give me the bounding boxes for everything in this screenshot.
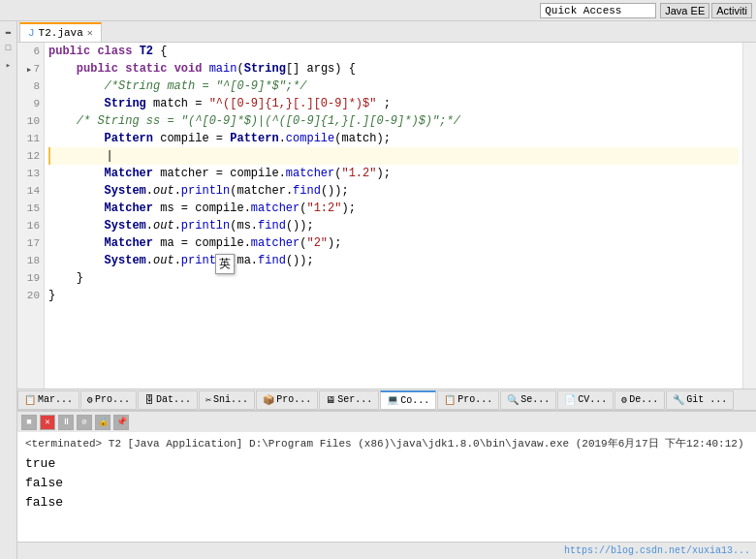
token: . — [174, 182, 181, 200]
token: Matcher — [105, 234, 161, 252]
token: ma = compile. — [160, 234, 251, 252]
bottom-tab-11[interactable]: 🔧Git ... — [666, 390, 734, 410]
scroll-gutter[interactable] — [742, 43, 756, 388]
token: find — [258, 252, 286, 269]
token: ); — [376, 165, 390, 182]
scroll-lock-icon[interactable]: 🔒 — [95, 415, 110, 430]
code-line-18: System.out.println(ma.find()); — [48, 252, 739, 269]
token: } — [48, 269, 83, 287]
line-number-14: 14 — [17, 182, 44, 200]
token: out — [153, 252, 174, 269]
token: matcher — [286, 165, 334, 182]
token — [48, 182, 105, 200]
token: String — [105, 95, 153, 112]
line-number-20: 20 — [17, 287, 44, 304]
bottom-tab-icon-5: 🖥 — [326, 394, 335, 406]
bottom-tab-1[interactable]: ⚙Pro... — [80, 390, 137, 410]
token — [48, 217, 105, 234]
token: /* String ss = "(^[0-9]*$)|(^([0-9]{1,}[… — [48, 112, 460, 130]
line-number-17: 17 — [17, 234, 44, 252]
activiti-button[interactable]: Activiti — [711, 3, 752, 18]
bottom-tab-label-5: Ser... — [337, 394, 372, 405]
token: compile = — [160, 130, 230, 147]
token: . — [174, 217, 181, 234]
bottom-tab-label-4: Pro... — [276, 394, 311, 405]
editor-tab-t2java[interactable]: J T2.java ✕ — [19, 22, 102, 42]
pause-icon[interactable]: ⏸ — [58, 415, 74, 430]
token: find — [293, 182, 321, 200]
token: matcher = compile. — [160, 165, 286, 182]
token: "2" — [306, 234, 328, 252]
line-number-19: 19 — [17, 269, 44, 287]
token: . — [146, 182, 153, 200]
token: void — [174, 60, 209, 78]
bottom-tab-icon-10: ⚙ — [621, 394, 627, 406]
main-editor: J T2.java ✕ 67891011121314151617181920 p… — [17, 21, 756, 388]
token: println — [181, 217, 230, 234]
bottom-tab-5[interactable]: 🖥Ser... — [319, 390, 379, 410]
bottom-tab-label-1: Pro... — [95, 394, 130, 405]
token: static — [125, 60, 173, 78]
token: compile — [286, 130, 334, 147]
java-file-icon: J — [28, 27, 35, 39]
line-number-9: 9 — [17, 95, 44, 112]
bottom-tab-6[interactable]: 💻Co... — [380, 390, 436, 410]
terminate-icon[interactable]: ✕ — [40, 415, 55, 430]
bottom-tab-label-7: Pro... — [457, 394, 492, 405]
tab-close-icon[interactable]: ✕ — [87, 27, 93, 39]
token: "1:2" — [306, 200, 341, 217]
bottom-tab-9[interactable]: 📄CV... — [557, 390, 614, 410]
editor-body: 67891011121314151617181920 public class … — [17, 43, 756, 388]
bottom-tab-icon-3: ✂ — [205, 394, 211, 406]
minimize-icon[interactable]: ▬ — [2, 25, 16, 39]
token: System — [105, 217, 146, 234]
code-area[interactable]: public class T2 { public static void mai… — [45, 43, 742, 388]
bottom-tab-icon-11: 🔧 — [673, 394, 684, 406]
token: ()); — [286, 252, 314, 269]
token: println — [181, 182, 230, 200]
bottom-tab-8[interactable]: 🔍Se... — [500, 390, 556, 410]
code-line-13: Matcher matcher = compile.matcher("1.2")… — [48, 165, 739, 182]
collapse-icon[interactable]: ▸ — [2, 58, 16, 72]
token: public — [77, 60, 125, 78]
stop-icon[interactable]: ■ — [21, 415, 37, 430]
pin-icon[interactable]: 📌 — [113, 415, 129, 430]
token — [48, 130, 105, 147]
token: matcher — [251, 200, 299, 217]
maximize-icon[interactable]: □ — [2, 42, 16, 55]
token: [] args) { — [286, 60, 356, 78]
bottom-tab-icon-2: 🗄 — [144, 394, 154, 406]
token: | — [107, 147, 113, 165]
bottom-tab-4[interactable]: 📦Pro... — [256, 390, 318, 410]
code-line-17: Matcher ma = compile.matcher("2"); — [48, 234, 739, 252]
code-line-12: | — [48, 147, 739, 165]
bottom-tab-icon-4: 📦 — [263, 394, 274, 406]
code-line-19: } — [48, 269, 739, 287]
token: find — [258, 217, 286, 234]
token: { — [160, 43, 167, 60]
quick-access-search[interactable]: Quick Access — [540, 3, 656, 18]
search-label: Quick Access — [545, 5, 621, 16]
bottom-tab-2[interactable]: 🗄Dat... — [138, 390, 198, 410]
clear-icon[interactable]: ⊘ — [77, 415, 92, 430]
bottom-tab-icon-8: 🔍 — [507, 394, 519, 406]
bottom-tab-label-8: Se... — [520, 394, 550, 405]
bottom-tab-0[interactable]: 📋Mar... — [17, 390, 79, 410]
token — [48, 234, 105, 252]
token: out — [153, 182, 174, 200]
token: ()); — [286, 217, 314, 234]
bottom-tab-10[interactable]: ⚙De... — [614, 390, 665, 410]
bottom-tab-3[interactable]: ✂Sni... — [199, 390, 255, 410]
line-number-6: 6 — [17, 43, 44, 60]
token — [50, 147, 107, 165]
code-line-14: System.out.println(matcher.find()); — [48, 182, 739, 200]
java-ee-button[interactable]: Java EE — [660, 3, 709, 18]
token — [48, 95, 105, 112]
token: ); — [328, 234, 341, 252]
bottom-tab-icon-9: 📄 — [564, 394, 576, 406]
code-line-11: Pattern compile = Pattern.compile(match)… — [48, 130, 739, 147]
bottom-tab-7[interactable]: 📋Pro... — [437, 390, 499, 410]
token: class — [97, 43, 139, 60]
left-sidebar: ▬ □ ▸ — [0, 21, 17, 559]
bottom-tab-label-3: Sni... — [213, 394, 248, 405]
